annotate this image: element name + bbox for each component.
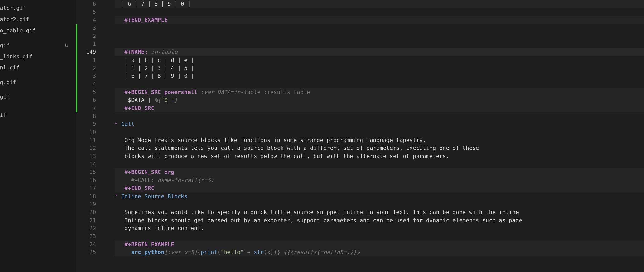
code-line[interactable]: | 6 | 7 | 8 | 9 | 0 | [115, 72, 644, 80]
code-line[interactable] [115, 200, 644, 208]
file-item[interactable]: nl.gif [0, 62, 76, 73]
file-label: if [0, 111, 6, 119]
line-number: 1 [77, 40, 96, 48]
code-token: | 6 | 7 | 8 | 9 | 0 | [121, 1, 191, 7]
code-token: #+BEGIN_EXAMPLE [124, 241, 174, 247]
file-item[interactable]: ator.gif [0, 3, 76, 14]
code-line[interactable]: dynamics inline content. [115, 224, 644, 232]
line-number: 5 [77, 8, 96, 16]
file-item[interactable] [0, 88, 76, 91]
code-line[interactable] [115, 160, 644, 168]
code-line[interactable]: | 1 | 2 | 3 | 4 | 5 | [115, 64, 644, 72]
code-line[interactable]: * Call [115, 120, 644, 128]
code-line[interactable]: #+BEGIN_EXAMPLE [115, 240, 644, 248]
line-number: 7 [77, 104, 96, 112]
line-number: 22 [77, 224, 96, 232]
line-number: 18 [77, 192, 96, 200]
code-line[interactable]: #+END_SRC [115, 104, 644, 112]
code-line[interactable]: blocks will produce a new set of results… [115, 152, 644, 160]
file-item[interactable] [0, 103, 76, 106]
code-line[interactable] [115, 32, 644, 40]
code-token: blocks will produce a new set of results… [124, 153, 449, 159]
file-explorer: ator.gifator2.gifo_table.gifgif_links.gi… [0, 0, 76, 272]
code-line[interactable] [115, 24, 644, 32]
code-editor[interactable]: 6543211491234567891011121314151617181920… [76, 0, 644, 272]
file-label: _links.gif [0, 53, 32, 61]
code-token: name-to-call(x=5) [158, 177, 214, 183]
file-item[interactable] [0, 73, 76, 77]
code-token: powershell [164, 89, 198, 95]
line-number: 12 [77, 144, 96, 152]
code-token: %{ [154, 97, 161, 103]
code-line[interactable]: The call statements lets you call a sour… [115, 144, 644, 152]
file-item[interactable]: o_table.gif [0, 25, 76, 36]
code-token: org [164, 169, 174, 175]
file-label: o_table.gif [0, 27, 36, 35]
line-number: 2 [77, 64, 96, 72]
code-line[interactable]: #+NAME: in-table [115, 48, 644, 56]
heading-star: * [115, 193, 118, 199]
code-token: | 1 | 2 | 3 | 4 | 5 | [124, 65, 194, 71]
line-number: 10 [77, 128, 96, 136]
code-line[interactable] [115, 8, 644, 16]
code-line[interactable]: src_python[:var x=5]{print("hello" + str… [115, 248, 644, 256]
code-token: [:var x=5] [164, 249, 198, 255]
line-number: 6 [77, 96, 96, 104]
code-line[interactable]: $DATA | %{"$_"} [115, 96, 644, 104]
line-number: 25 [77, 248, 96, 256]
code-line[interactable] [115, 40, 644, 48]
line-number: 3 [77, 72, 96, 80]
code-token: = [231, 89, 234, 95]
file-label: nl.gif [0, 64, 19, 72]
code-line[interactable]: #+BEGIN_SRC org [115, 168, 644, 176]
file-label: gif [0, 41, 10, 49]
code-token: Inline blocks should get parsed out by a… [124, 217, 522, 223]
code-line[interactable]: Sometimes you would like to specify a qu… [115, 208, 644, 216]
code-token: #+END_SRC [124, 185, 154, 191]
code-token: print [201, 249, 218, 255]
code-token: =hello5= [320, 249, 346, 255]
code-line[interactable]: #+END_SRC [115, 184, 644, 192]
code-line[interactable]: #+END_EXAMPLE [115, 16, 644, 24]
code-token: (x))} [264, 249, 280, 255]
code-line[interactable] [115, 112, 644, 120]
code-line[interactable]: #+BEGIN_SRC powershell :var DATA=in-tabl… [115, 88, 644, 96]
diff-added-marker [76, 24, 77, 112]
code-line[interactable]: * Inline Source Blocks [115, 192, 644, 200]
code-token: {{{results( [280, 249, 320, 255]
heading-star: * [115, 121, 118, 127]
line-number: 3 [77, 24, 96, 32]
code-token: in-table [151, 49, 178, 55]
code-content[interactable]: | 6 | 7 | 8 | 9 | 0 | #+END_EXAMPLE #+NA… [103, 0, 644, 272]
file-item[interactable]: _links.gif [0, 51, 76, 62]
line-number: 8 [77, 112, 96, 120]
file-item[interactable]: gif [0, 91, 76, 103]
file-item[interactable] [0, 36, 76, 40]
code-line[interactable] [115, 232, 644, 240]
file-item[interactable]: g.gif [0, 77, 76, 88]
file-label: g.gif [0, 78, 16, 86]
heading-text: Call [121, 121, 134, 127]
file-item[interactable]: if [0, 109, 76, 121]
line-number: 14 [77, 160, 96, 168]
code-token: in [234, 89, 240, 95]
code-line[interactable] [115, 128, 644, 136]
code-line[interactable] [115, 80, 644, 88]
code-line[interactable]: | a | b | c | d | e | [115, 56, 644, 64]
line-number: 149 [77, 48, 96, 56]
file-label: gif [0, 93, 10, 101]
code-token: The call statements lets you call a sour… [124, 145, 479, 151]
code-token: + [244, 249, 254, 255]
file-item[interactable]: ator2.gif [0, 14, 76, 25]
line-number: 20 [77, 208, 96, 216]
code-token: : [198, 89, 204, 95]
file-item[interactable] [0, 106, 76, 109]
code-line[interactable]: #+CALL: name-to-call(x=5) [115, 176, 644, 184]
code-token: #+CALL: [131, 177, 154, 183]
code-line[interactable]: Inline blocks should get parsed out by a… [115, 216, 644, 224]
code-token: { [198, 249, 201, 255]
code-line[interactable]: | 6 | 7 | 8 | 9 | 0 | [115, 0, 644, 8]
line-number: 21 [77, 216, 96, 224]
code-line[interactable]: Org Mode treats source blocks like funct… [115, 136, 644, 144]
file-item[interactable]: gif [0, 40, 76, 51]
